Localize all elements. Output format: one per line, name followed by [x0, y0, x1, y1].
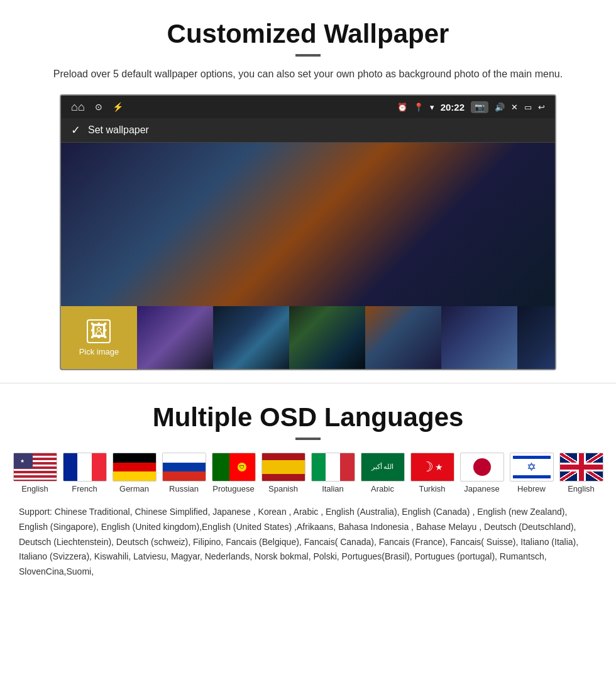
- wallpaper-title: Customized Wallpaper: [13, 19, 603, 49]
- statusbar-right: ⏰ 📍 ▾ 20:22 📷 🔊 ✕ ▭ ↩: [397, 101, 545, 113]
- flag-label-russian: Russian: [169, 484, 199, 493]
- location-icon: 📍: [414, 102, 424, 112]
- wallpaper-thumb-5[interactable]: [365, 306, 441, 369]
- flag-item-spanish: Spanish: [261, 453, 305, 493]
- flag-item-italian: Italian: [311, 453, 355, 493]
- wallpaper-thumb-2[interactable]: [137, 306, 213, 369]
- flag-label-german: German: [119, 484, 149, 493]
- flag-france: [63, 453, 107, 482]
- languages-section: Multiple OSD Languages ★★★ English Frenc…: [0, 383, 616, 592]
- flag-spain: [261, 453, 305, 482]
- camera-icon: 📷: [471, 101, 488, 113]
- flag-item-english-uk: English: [559, 453, 603, 493]
- set-wallpaper-label: Set wallpaper: [88, 124, 149, 136]
- wallpaper-thumb-4[interactable]: [289, 306, 365, 369]
- languages-title: Multiple OSD Languages: [13, 402, 603, 432]
- flag-italy: [311, 453, 355, 482]
- wallpaper-thumb-6[interactable]: [441, 306, 517, 369]
- title-divider: [295, 54, 321, 57]
- languages-divider: [295, 438, 321, 440]
- flag-item-japanese: Japanese: [459, 453, 504, 493]
- flag-item-german: German: [112, 453, 157, 493]
- usb-icon: ⚡: [113, 102, 123, 112]
- wallpaper-thumb-7[interactable]: [517, 306, 555, 369]
- flag-israel: ✡: [510, 453, 554, 482]
- signal-icon: ▾: [430, 102, 434, 112]
- statusbar-left: ⌂ ⊙ ⚡: [71, 101, 123, 114]
- flag-label-spanish: Spanish: [268, 484, 298, 493]
- pick-image-thumb[interactable]: 🖼 Pick image: [61, 306, 137, 369]
- wallpaper-thumb-3[interactable]: [213, 306, 289, 369]
- flag-label-french: French: [72, 484, 97, 493]
- flag-item-portuguese: 🛡 Protuguese: [211, 453, 256, 493]
- flags-row: ★★★ English French German: [13, 453, 603, 493]
- flag-label-japanese: Japanese: [464, 484, 499, 493]
- pick-image-label: Pick image: [79, 347, 119, 356]
- clock-icon: ⊙: [95, 102, 102, 112]
- flag-japan: [460, 453, 504, 482]
- support-text: Support: Chinese Traditional, Chinese Si…: [13, 498, 603, 580]
- wallpaper-section: Customized Wallpaper Preload over 5 defa…: [0, 0, 616, 383]
- flag-item-arabic: الله أكبر Arabic: [360, 453, 405, 493]
- device-mockup: ⌂ ⊙ ⚡ ⏰ 📍 ▾ 20:22 📷 🔊 ✕ ▭ ↩ ✓ Set wallpa…: [60, 94, 556, 370]
- wallpaper-preview: [61, 143, 555, 306]
- flag-label-portuguese: Protuguese: [212, 484, 255, 493]
- wallpaper-description: Preload over 5 default wallpaper options…: [25, 67, 591, 82]
- window-icon: ▭: [524, 102, 532, 112]
- back-icon: ↩: [538, 102, 545, 112]
- flag-item-french: French: [62, 453, 107, 493]
- flag-germany: [113, 453, 157, 482]
- flag-label-english: English: [21, 484, 48, 493]
- device-time: 20:22: [441, 102, 465, 113]
- flag-label-italian: Italian: [322, 484, 344, 493]
- alarm-icon: ⏰: [397, 102, 407, 112]
- flag-usa: ★★★: [13, 453, 57, 482]
- image-pick-icon: 🖼: [87, 319, 111, 343]
- flag-portugal: 🛡: [212, 453, 256, 482]
- flag-turkey: ☽ ★: [410, 453, 454, 482]
- flag-item-hebrew: ✡ Hebrew: [509, 453, 554, 493]
- home-icon: ⌂: [71, 101, 85, 114]
- device-toolbar: ✓ Set wallpaper: [61, 118, 555, 143]
- close-icon: ✕: [511, 102, 518, 112]
- flag-uk: [559, 453, 603, 482]
- flag-label-arabic: Arabic: [371, 484, 394, 493]
- device-statusbar: ⌂ ⊙ ⚡ ⏰ 📍 ▾ 20:22 📷 🔊 ✕ ▭ ↩: [61, 96, 555, 118]
- flag-item-russian: Russian: [162, 453, 206, 493]
- flag-label-turkish: Turkish: [419, 484, 445, 493]
- thumbnail-strip: 🖼 Pick image: [61, 306, 555, 369]
- volume-icon: 🔊: [495, 102, 505, 112]
- flag-label-english-uk: English: [568, 484, 595, 493]
- flag-item-turkish: ☽ ★ Turkish: [410, 453, 454, 493]
- flag-arabic: الله أكبر: [361, 453, 405, 482]
- checkmark-icon: ✓: [71, 123, 80, 137]
- flag-label-hebrew: Hebrew: [517, 484, 546, 493]
- flag-russia: [162, 453, 206, 482]
- flag-item-english: ★★★ English: [13, 453, 57, 493]
